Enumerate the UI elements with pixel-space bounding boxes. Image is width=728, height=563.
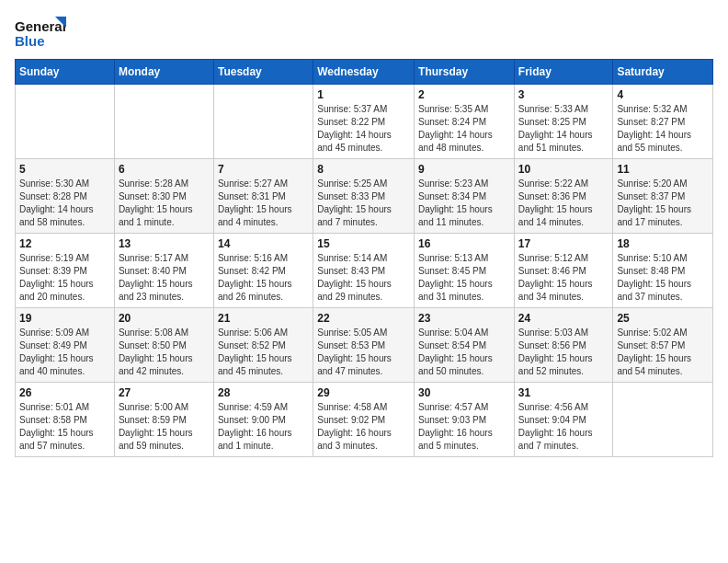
day-cell: 27Sunrise: 5:00 AM Sunset: 8:59 PM Dayli… <box>114 383 213 457</box>
day-number: 12 <box>19 237 110 250</box>
week-row-1: 1Sunrise: 5:37 AM Sunset: 8:22 PM Daylig… <box>16 85 713 159</box>
day-number: 1 <box>317 88 410 101</box>
day-cell: 4Sunrise: 5:32 AM Sunset: 8:27 PM Daylig… <box>613 85 713 159</box>
day-cell: 9Sunrise: 5:23 AM Sunset: 8:34 PM Daylig… <box>415 159 515 234</box>
day-info: Sunrise: 5:12 AM Sunset: 8:46 PM Dayligh… <box>518 252 609 304</box>
day-cell: 18Sunrise: 5:10 AM Sunset: 8:48 PM Dayli… <box>613 234 713 308</box>
day-cell: 2Sunrise: 5:35 AM Sunset: 8:24 PM Daylig… <box>415 85 515 159</box>
day-info: Sunrise: 5:25 AM Sunset: 8:33 PM Dayligh… <box>317 178 410 229</box>
day-number: 23 <box>418 312 510 325</box>
day-number: 2 <box>418 88 510 101</box>
day-cell: 13Sunrise: 5:17 AM Sunset: 8:40 PM Dayli… <box>114 234 213 308</box>
day-number: 13 <box>119 237 210 250</box>
day-number: 30 <box>418 386 510 399</box>
day-header-monday: Monday <box>114 60 213 85</box>
day-cell: 25Sunrise: 5:02 AM Sunset: 8:57 PM Dayli… <box>613 308 713 383</box>
svg-text:Blue: Blue <box>15 33 45 49</box>
day-number: 9 <box>418 163 510 176</box>
day-cell: 16Sunrise: 5:13 AM Sunset: 8:45 PM Dayli… <box>415 234 515 308</box>
day-number: 27 <box>119 386 210 399</box>
day-cell: 29Sunrise: 4:58 AM Sunset: 9:02 PM Dayli… <box>313 383 415 457</box>
day-cell: 3Sunrise: 5:33 AM Sunset: 8:25 PM Daylig… <box>514 85 613 159</box>
day-info: Sunrise: 5:02 AM Sunset: 8:57 PM Dayligh… <box>617 327 709 378</box>
day-cell: 15Sunrise: 5:14 AM Sunset: 8:43 PM Dayli… <box>313 234 415 308</box>
logo-icon: GeneralBlue <box>15 15 70 52</box>
day-number: 31 <box>518 386 609 399</box>
day-info: Sunrise: 4:58 AM Sunset: 9:02 PM Dayligh… <box>317 401 410 453</box>
day-number: 22 <box>317 312 410 325</box>
day-info: Sunrise: 5:04 AM Sunset: 8:54 PM Dayligh… <box>418 327 510 378</box>
day-number: 18 <box>617 237 709 250</box>
day-number: 14 <box>218 237 309 250</box>
day-info: Sunrise: 4:59 AM Sunset: 9:00 PM Dayligh… <box>218 401 309 453</box>
day-header-sunday: Sunday <box>16 60 115 85</box>
day-info: Sunrise: 5:27 AM Sunset: 8:31 PM Dayligh… <box>218 178 309 229</box>
week-row-5: 26Sunrise: 5:01 AM Sunset: 8:58 PM Dayli… <box>16 383 713 457</box>
day-number: 5 <box>19 163 110 176</box>
page-header: GeneralBlue <box>15 15 713 52</box>
day-info: Sunrise: 5:35 AM Sunset: 8:24 PM Dayligh… <box>418 103 510 155</box>
day-info: Sunrise: 5:17 AM Sunset: 8:40 PM Dayligh… <box>119 252 210 304</box>
day-number: 11 <box>617 163 709 176</box>
day-cell: 20Sunrise: 5:08 AM Sunset: 8:50 PM Dayli… <box>114 308 213 383</box>
day-number: 20 <box>119 312 210 325</box>
day-cell: 6Sunrise: 5:28 AM Sunset: 8:30 PM Daylig… <box>114 159 213 234</box>
week-row-3: 12Sunrise: 5:19 AM Sunset: 8:39 PM Dayli… <box>16 234 713 308</box>
day-number: 26 <box>19 386 110 399</box>
day-info: Sunrise: 5:16 AM Sunset: 8:42 PM Dayligh… <box>218 252 309 304</box>
header-row: SundayMondayTuesdayWednesdayThursdayFrid… <box>16 60 713 85</box>
day-number: 10 <box>518 163 609 176</box>
day-cell: 26Sunrise: 5:01 AM Sunset: 8:58 PM Dayli… <box>16 383 115 457</box>
logo: GeneralBlue <box>15 15 70 52</box>
day-cell <box>16 85 115 159</box>
day-info: Sunrise: 5:19 AM Sunset: 8:39 PM Dayligh… <box>19 252 110 304</box>
day-cell: 21Sunrise: 5:06 AM Sunset: 8:52 PM Dayli… <box>213 308 313 383</box>
day-info: Sunrise: 5:33 AM Sunset: 8:25 PM Dayligh… <box>518 103 609 155</box>
day-header-friday: Friday <box>514 60 613 85</box>
day-number: 21 <box>218 312 309 325</box>
day-info: Sunrise: 5:01 AM Sunset: 8:58 PM Dayligh… <box>19 401 110 453</box>
day-number: 28 <box>218 386 309 399</box>
day-cell: 17Sunrise: 5:12 AM Sunset: 8:46 PM Dayli… <box>514 234 613 308</box>
day-header-thursday: Thursday <box>415 60 515 85</box>
day-number: 3 <box>518 88 609 101</box>
week-row-2: 5Sunrise: 5:30 AM Sunset: 8:28 PM Daylig… <box>16 159 713 234</box>
day-info: Sunrise: 4:56 AM Sunset: 9:04 PM Dayligh… <box>518 401 609 453</box>
day-cell: 28Sunrise: 4:59 AM Sunset: 9:00 PM Dayli… <box>213 383 313 457</box>
day-info: Sunrise: 5:20 AM Sunset: 8:37 PM Dayligh… <box>617 178 709 229</box>
day-info: Sunrise: 5:10 AM Sunset: 8:48 PM Dayligh… <box>617 252 709 304</box>
day-cell: 10Sunrise: 5:22 AM Sunset: 8:36 PM Dayli… <box>514 159 613 234</box>
day-cell: 19Sunrise: 5:09 AM Sunset: 8:49 PM Dayli… <box>16 308 115 383</box>
calendar-header: SundayMondayTuesdayWednesdayThursdayFrid… <box>16 60 713 85</box>
day-cell: 30Sunrise: 4:57 AM Sunset: 9:03 PM Dayli… <box>415 383 515 457</box>
day-info: Sunrise: 5:23 AM Sunset: 8:34 PM Dayligh… <box>418 178 510 229</box>
day-number: 8 <box>317 163 410 176</box>
day-number: 16 <box>418 237 510 250</box>
day-number: 19 <box>19 312 110 325</box>
day-cell: 7Sunrise: 5:27 AM Sunset: 8:31 PM Daylig… <box>213 159 313 234</box>
day-number: 7 <box>218 163 309 176</box>
day-number: 25 <box>617 312 709 325</box>
day-number: 24 <box>518 312 609 325</box>
calendar-table: SundayMondayTuesdayWednesdayThursdayFrid… <box>15 59 713 457</box>
day-header-saturday: Saturday <box>613 60 713 85</box>
day-cell: 14Sunrise: 5:16 AM Sunset: 8:42 PM Dayli… <box>213 234 313 308</box>
week-row-4: 19Sunrise: 5:09 AM Sunset: 8:49 PM Dayli… <box>16 308 713 383</box>
calendar-body: 1Sunrise: 5:37 AM Sunset: 8:22 PM Daylig… <box>16 85 713 457</box>
day-info: Sunrise: 5:32 AM Sunset: 8:27 PM Dayligh… <box>617 103 709 155</box>
day-info: Sunrise: 5:13 AM Sunset: 8:45 PM Dayligh… <box>418 252 510 304</box>
day-number: 17 <box>518 237 609 250</box>
day-cell: 8Sunrise: 5:25 AM Sunset: 8:33 PM Daylig… <box>313 159 415 234</box>
day-number: 29 <box>317 386 410 399</box>
day-number: 6 <box>119 163 210 176</box>
day-cell: 11Sunrise: 5:20 AM Sunset: 8:37 PM Dayli… <box>613 159 713 234</box>
day-header-wednesday: Wednesday <box>313 60 415 85</box>
day-info: Sunrise: 4:57 AM Sunset: 9:03 PM Dayligh… <box>418 401 510 453</box>
day-info: Sunrise: 5:00 AM Sunset: 8:59 PM Dayligh… <box>119 401 210 453</box>
day-info: Sunrise: 5:14 AM Sunset: 8:43 PM Dayligh… <box>317 252 410 304</box>
day-cell: 24Sunrise: 5:03 AM Sunset: 8:56 PM Dayli… <box>514 308 613 383</box>
day-cell: 23Sunrise: 5:04 AM Sunset: 8:54 PM Dayli… <box>415 308 515 383</box>
day-number: 4 <box>617 88 709 101</box>
day-cell: 31Sunrise: 4:56 AM Sunset: 9:04 PM Dayli… <box>514 383 613 457</box>
day-info: Sunrise: 5:28 AM Sunset: 8:30 PM Dayligh… <box>119 178 210 229</box>
